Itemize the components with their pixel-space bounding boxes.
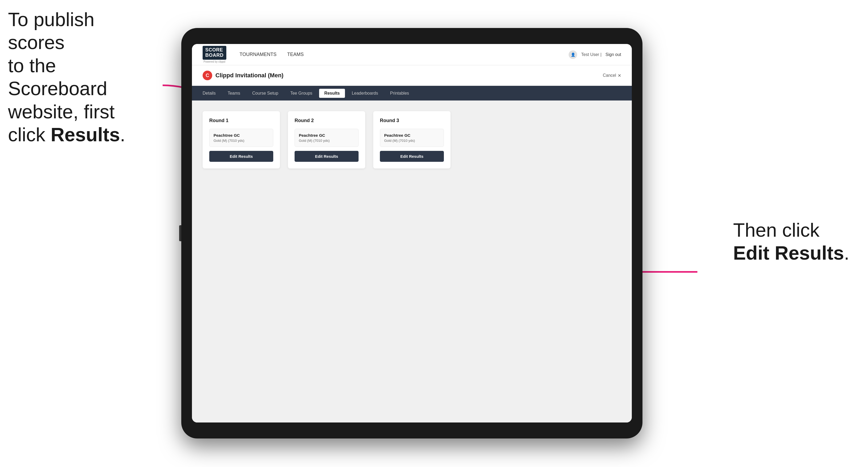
nav-right: 👤 Test User | Sign out <box>569 51 621 59</box>
instruction-left: To publish scores to the Scoreboard webs… <box>8 8 155 146</box>
round-3-card: Round 3 Peachtree GC Gold (M) (7010 yds)… <box>373 111 451 168</box>
tournament-title-area: C Clippd Invitational (Men) <box>203 71 283 80</box>
round-1-course-name: Peachtree GC <box>214 133 269 137</box>
rounds-container: Round 1 Peachtree GC Gold (M) (7010 yds)… <box>203 111 621 168</box>
instruction-right: Then click Edit Results. <box>733 219 849 265</box>
user-avatar: 👤 <box>569 51 577 59</box>
instruction-edit-results-bold: Edit Results <box>733 242 844 263</box>
logo-text-line1: SCORE <box>205 47 223 53</box>
round-2-course-name: Peachtree GC <box>299 133 354 137</box>
cancel-label: Cancel <box>603 73 616 78</box>
round-1-course-card: Peachtree GC Gold (M) (7010 yds) <box>209 129 273 147</box>
logo-text-line2: BOARD <box>205 53 224 58</box>
tablet-device: SCORE BOARD Powered by clippd TOURNAMENT… <box>181 28 643 438</box>
logo-area: SCORE BOARD Powered by clippd <box>203 46 226 63</box>
round-3-course-name: Peachtree GC <box>384 133 440 137</box>
tab-course-setup[interactable]: Course Setup <box>247 89 284 98</box>
round-2-edit-results-button[interactable]: Edit Results <box>294 151 359 162</box>
tab-results[interactable]: Results <box>319 89 345 98</box>
tab-printables[interactable]: Printables <box>385 89 414 98</box>
instruction-then-click: Then click <box>733 219 819 241</box>
instruction-line4-suffix: . <box>120 124 125 145</box>
logo-subtitle: Powered by clippd <box>204 60 225 63</box>
nav-links: TOURNAMENTS TEAMS <box>240 52 556 57</box>
tournament-title: Clippd Invitational (Men) <box>215 72 283 79</box>
tournament-header: C Clippd Invitational (Men) Cancel ✕ <box>192 65 632 86</box>
nav-tournaments[interactable]: TOURNAMENTS <box>240 52 277 57</box>
round-1-course-details: Gold (M) (7010 yds) <box>214 138 269 143</box>
content-area: Round 1 Peachtree GC Gold (M) (7010 yds)… <box>192 100 632 423</box>
round-3-course-details: Gold (M) (7010 yds) <box>384 138 440 143</box>
user-label: Test User | <box>581 52 601 57</box>
tab-bar: Details Teams Course Setup Tee Groups Re… <box>192 86 632 100</box>
instruction-line4-prefix: click <box>8 124 51 145</box>
signout-link[interactable]: Sign out <box>606 52 621 57</box>
instruction-right-suffix: . <box>844 242 849 263</box>
tab-details[interactable]: Details <box>197 89 221 98</box>
round-3-edit-results-button[interactable]: Edit Results <box>380 151 444 162</box>
round-1-title: Round 1 <box>209 118 273 123</box>
round-3-title: Round 3 <box>380 118 444 123</box>
tab-leaderboards[interactable]: Leaderboards <box>346 89 383 98</box>
round-3-course-card: Peachtree GC Gold (M) (7010 yds) <box>380 129 444 147</box>
instruction-line1: To publish scores <box>8 9 94 53</box>
top-navigation: SCORE BOARD Powered by clippd TOURNAMENT… <box>192 44 632 65</box>
instruction-line2: to the Scoreboard <box>8 55 107 99</box>
tablet-side-button <box>179 225 181 241</box>
tab-tee-groups[interactable]: Tee Groups <box>285 89 318 98</box>
round-1-edit-results-button[interactable]: Edit Results <box>209 151 273 162</box>
tab-teams[interactable]: Teams <box>222 89 246 98</box>
round-2-card: Round 2 Peachtree GC Gold (M) (7010 yds)… <box>288 111 365 168</box>
nav-teams[interactable]: TEAMS <box>287 52 304 57</box>
logo-box: SCORE BOARD <box>203 46 226 60</box>
cancel-button[interactable]: Cancel ✕ <box>603 73 621 78</box>
round-2-course-details: Gold (M) (7010 yds) <box>299 138 354 143</box>
clippd-icon: C <box>203 71 212 80</box>
round-2-title: Round 2 <box>294 118 359 123</box>
round-1-card: Round 1 Peachtree GC Gold (M) (7010 yds)… <box>203 111 280 168</box>
instruction-line3: website, first <box>8 101 115 122</box>
instruction-results-bold: Results <box>51 124 120 145</box>
tablet-screen: SCORE BOARD Powered by clippd TOURNAMENT… <box>192 44 632 423</box>
round-2-course-card: Peachtree GC Gold (M) (7010 yds) <box>294 129 359 147</box>
cancel-icon: ✕ <box>618 73 621 78</box>
